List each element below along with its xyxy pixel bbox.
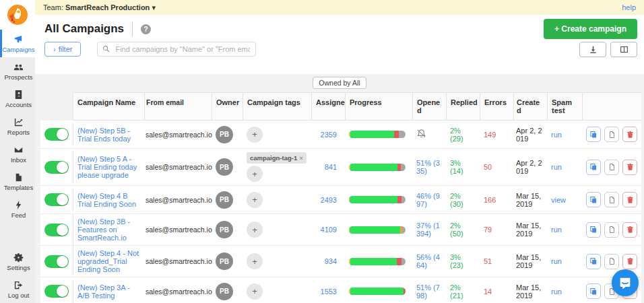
delete-campaign-button[interactable] bbox=[622, 222, 637, 238]
assigned-count-link[interactable]: 841 bbox=[325, 163, 337, 171]
campaign-enabled-toggle[interactable] bbox=[44, 285, 69, 298]
spam-test-link[interactable]: run bbox=[551, 131, 562, 139]
owner-avatar: PB bbox=[216, 283, 233, 300]
email-cell: sales@smartreach.io bbox=[144, 193, 212, 207]
filter-button[interactable]: › filter bbox=[44, 42, 81, 57]
sidebar-item-logout[interactable]: Log out bbox=[0, 275, 35, 303]
add-tag-button[interactable]: + bbox=[247, 283, 263, 300]
app-logo[interactable] bbox=[0, 0, 35, 30]
campaign-name-link[interactable]: (New) Step 5B - Trial Ends today bbox=[77, 127, 131, 143]
owned-by-badge[interactable]: Owned by All bbox=[313, 77, 366, 89]
table-row: (New) Step 3B - Features on SmartReach.i… bbox=[40, 214, 641, 246]
progress-cell bbox=[345, 223, 412, 237]
sidebar-item-feed[interactable]: Feed bbox=[0, 195, 35, 223]
column-header-assigned: Assigned bbox=[311, 92, 345, 121]
duplicate-campaign-button[interactable] bbox=[586, 254, 601, 269]
campaign-enabled-toggle[interactable] bbox=[44, 128, 69, 141]
add-tag-button[interactable]: + bbox=[247, 222, 263, 238]
add-tag-button[interactable]: + bbox=[247, 253, 263, 269]
sidebar-item-reports[interactable]: Reports bbox=[0, 112, 35, 140]
duplicate-campaign-button[interactable] bbox=[586, 222, 601, 238]
delete-campaign-button[interactable] bbox=[622, 254, 637, 269]
spam-test-link[interactable]: run bbox=[551, 226, 562, 234]
trash-icon bbox=[626, 131, 634, 139]
name-cell: (New) Step 3B - Features on SmartReach.i… bbox=[73, 214, 144, 245]
sidebar-item-inbox[interactable]: Inbox bbox=[0, 140, 35, 168]
progress-segment bbox=[397, 258, 401, 265]
team-name: SmartReach Production bbox=[65, 3, 150, 11]
report-button[interactable] bbox=[604, 222, 619, 238]
errors-cell: 166 bbox=[480, 193, 513, 207]
spam-cell: run bbox=[547, 160, 582, 174]
columns-button[interactable] bbox=[610, 42, 637, 57]
download-button[interactable] bbox=[579, 42, 606, 57]
opened-count-link[interactable]: 56% (464) bbox=[416, 253, 440, 269]
assigned-count-link[interactable]: 4109 bbox=[321, 226, 337, 234]
report-button[interactable] bbox=[604, 127, 619, 142]
opened-count-link[interactable]: 51% (798) bbox=[416, 283, 440, 300]
opened-count-link[interactable]: 51% (335) bbox=[416, 159, 440, 175]
sidebar-item-prospects[interactable]: Prospects bbox=[0, 57, 35, 85]
campaign-name-link[interactable]: (New) Step 4 B Trial Ending Soon bbox=[77, 192, 136, 208]
duplicate-campaign-button[interactable] bbox=[586, 283, 601, 299]
sidebar-item-templates[interactable]: Templates bbox=[0, 168, 35, 195]
add-tag-button[interactable]: + bbox=[247, 127, 263, 143]
assigned-count-link[interactable]: 2493 bbox=[321, 196, 337, 204]
trash-icon bbox=[626, 163, 634, 171]
campaign-name-link[interactable]: (New) Step 3A - A/B Testing bbox=[77, 283, 130, 300]
chat-launcher[interactable] bbox=[612, 269, 639, 296]
opened-count-link[interactable]: 37% (1394) bbox=[416, 222, 440, 238]
campaign-enabled-toggle[interactable] bbox=[44, 224, 69, 236]
spam-test-link[interactable]: run bbox=[551, 288, 562, 296]
assigned-count-link[interactable]: 1553 bbox=[321, 288, 337, 296]
logout-icon bbox=[13, 280, 24, 290]
remove-tag-icon[interactable]: × bbox=[299, 154, 303, 162]
progress-cell bbox=[345, 127, 412, 141]
spam-test-link[interactable]: view bbox=[551, 196, 566, 204]
campaign-enabled-toggle[interactable] bbox=[44, 161, 69, 174]
progress-segment bbox=[350, 258, 397, 265]
bell-slash-icon bbox=[416, 129, 426, 139]
delete-campaign-button[interactable] bbox=[622, 127, 637, 142]
team-selector[interactable]: Team: SmartReach Production ▾ bbox=[43, 3, 156, 12]
add-tag-button[interactable]: + bbox=[247, 166, 263, 182]
campaign-name-link[interactable]: (New) Step 5 A - Trial Ending today plea… bbox=[77, 155, 137, 179]
column-header-email: From email bbox=[144, 92, 212, 121]
delete-campaign-button[interactable] bbox=[622, 192, 637, 207]
tags-cell: + bbox=[243, 250, 311, 273]
errors-cell: 14 bbox=[480, 284, 513, 299]
campaign-name-link[interactable]: (New) Step 4 - Not upgraded_Trial Ending… bbox=[77, 249, 139, 273]
progress-segment bbox=[404, 288, 406, 295]
spam-test-link[interactable]: run bbox=[551, 257, 562, 265]
campaign-enabled-toggle[interactable] bbox=[44, 255, 69, 268]
spam-test-link[interactable]: run bbox=[551, 163, 562, 171]
assigned-count-link[interactable]: 2359 bbox=[321, 131, 337, 139]
name-cell: (New) Step 5 A - Trial Ending today plea… bbox=[73, 152, 144, 182]
email-cell: sales@smartreach.io bbox=[144, 254, 212, 269]
copy-icon bbox=[589, 288, 598, 296]
duplicate-campaign-button[interactable] bbox=[586, 160, 601, 175]
table-row: (New) Step 4 B Trial Ending Soon sales@s… bbox=[40, 186, 641, 214]
sidebar-item-campaigns[interactable]: Campaigns bbox=[0, 30, 35, 57]
delete-campaign-button[interactable] bbox=[622, 160, 637, 175]
report-button[interactable] bbox=[604, 254, 619, 269]
replied-value: 2% (50) bbox=[450, 222, 463, 238]
add-tag-button[interactable]: + bbox=[247, 192, 263, 208]
duplicate-campaign-button[interactable] bbox=[586, 192, 601, 207]
search-input[interactable] bbox=[97, 42, 256, 57]
create-campaign-button[interactable]: + Create campaign bbox=[544, 19, 637, 39]
opened-count-link[interactable]: 46% (997) bbox=[416, 192, 440, 208]
campaign-name-link[interactable]: (New) Step 3B - Features on SmartReach.i… bbox=[77, 217, 130, 242]
question-icon[interactable]: ? bbox=[141, 24, 151, 34]
campaign-tag[interactable]: campaign-tag-1× bbox=[247, 152, 307, 164]
assigned-count-link[interactable]: 934 bbox=[325, 257, 337, 265]
duplicate-campaign-button[interactable] bbox=[586, 127, 601, 142]
toggle-knob bbox=[57, 194, 68, 205]
help-link[interactable]: help bbox=[622, 3, 636, 11]
errors-value: 166 bbox=[484, 196, 496, 204]
campaign-enabled-toggle[interactable] bbox=[44, 193, 69, 206]
report-button[interactable] bbox=[604, 192, 619, 207]
report-button[interactable] bbox=[604, 160, 619, 175]
sidebar-item-settings[interactable]: Settings bbox=[0, 248, 35, 275]
sidebar-item-accounts[interactable]: Accounts bbox=[0, 85, 35, 112]
